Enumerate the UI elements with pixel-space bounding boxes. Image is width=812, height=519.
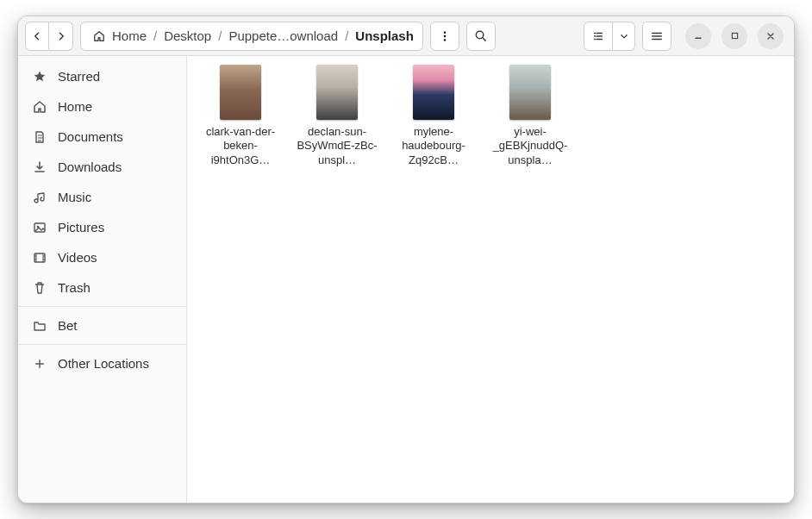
file-item[interactable]: mylene-haudebourg-Zq92cB…	[392, 65, 475, 166]
sidebar-label: Trash	[58, 280, 91, 295]
breadcrumb-desktop[interactable]: Desktop	[159, 22, 216, 50]
forward-button[interactable]	[49, 22, 73, 51]
view-options-group	[584, 22, 635, 51]
documents-icon	[32, 130, 47, 144]
path-menu-button[interactable]	[430, 22, 459, 51]
hamburger-menu-button[interactable]	[642, 22, 671, 51]
folder-icon	[32, 319, 47, 333]
search-button[interactable]	[466, 22, 496, 51]
sidebar-item-other-locations[interactable]: Other Locations	[18, 348, 186, 378]
back-button[interactable]	[25, 22, 49, 51]
sidebar-label: Bet	[58, 318, 78, 333]
minimize-icon	[693, 31, 703, 41]
file-item[interactable]: declan-sun-BSyWmdE-zBc-unspl…	[296, 65, 378, 166]
thumbnail-icon	[413, 65, 454, 120]
breadcrumb-separator: /	[345, 28, 348, 43]
file-item[interactable]: clark-van-der-beken-i9htOn3G…	[199, 65, 282, 166]
close-button[interactable]	[758, 23, 784, 49]
breadcrumb-puppeteer[interactable]: Puppete…ownload	[223, 22, 343, 50]
sidebar-item-starred[interactable]: Starred	[18, 61, 186, 91]
svg-rect-4	[732, 33, 737, 38]
sidebar-item-home[interactable]: Home	[18, 91, 186, 122]
svg-point-0	[444, 31, 446, 33]
close-icon	[765, 31, 776, 41]
chevron-left-icon	[32, 31, 42, 41]
home-icon	[32, 100, 47, 114]
header-bar: Home / Desktop / Puppete…ownload / Unspl…	[18, 16, 794, 56]
file-label: mylene-haudebourg-Zq92cB…	[392, 125, 475, 166]
path-bar: Home / Desktop / Puppete…ownload / Unspl…	[80, 22, 423, 51]
sidebar-item-pictures[interactable]: Pictures	[18, 212, 186, 242]
kebab-icon	[439, 30, 451, 42]
breadcrumb-desktop-label: Desktop	[164, 28, 211, 43]
minimize-button[interactable]	[685, 23, 711, 49]
sidebar-label: Other Locations	[58, 356, 149, 371]
maximize-button[interactable]	[721, 23, 747, 49]
sidebar-label: Videos	[58, 250, 97, 265]
file-manager-window: Home / Desktop / Puppete…ownload / Unspl…	[17, 16, 795, 503]
trash-icon	[32, 281, 47, 295]
breadcrumb-separator: /	[153, 28, 157, 43]
sidebar-separator	[18, 344, 186, 345]
file-item[interactable]: yi-wei-_gEBKjnuddQ-unspla…	[489, 65, 572, 166]
window-controls	[685, 23, 784, 49]
thumbnail-icon	[316, 65, 358, 120]
home-icon	[93, 30, 105, 42]
sidebar-item-videos[interactable]: Videos	[18, 242, 186, 272]
sidebar-item-trash[interactable]: Trash	[18, 272, 186, 303]
svg-point-2	[444, 39, 446, 41]
file-label: yi-wei-_gEBKjnuddQ-unspla…	[489, 125, 572, 166]
sidebar-separator	[18, 306, 186, 307]
sidebar: Starred Home Documents Downloads	[18, 56, 187, 503]
folder-view[interactable]: clark-van-der-beken-i9htOn3G… declan-sun…	[187, 56, 794, 503]
svg-point-3	[477, 31, 484, 38]
plus-icon	[32, 358, 47, 370]
sidebar-label: Home	[58, 99, 92, 114]
breadcrumb-current-label: Unsplash	[355, 28, 414, 43]
sidebar-label: Starred	[58, 69, 100, 84]
videos-icon	[32, 251, 47, 265]
svg-point-1	[444, 34, 446, 36]
list-icon	[592, 30, 604, 42]
sidebar-item-bet[interactable]: Bet	[18, 310, 186, 341]
pictures-icon	[32, 221, 47, 234]
thumbnail-icon	[509, 65, 551, 120]
sidebar-label: Downloads	[58, 159, 122, 174]
breadcrumb-home-label: Home	[112, 28, 147, 43]
thumbnail-icon	[220, 65, 261, 120]
sidebar-item-downloads[interactable]: Downloads	[18, 152, 186, 182]
sidebar-label: Music	[58, 190, 91, 204]
sidebar-label: Pictures	[58, 220, 104, 234]
file-label: declan-sun-BSyWmdE-zBc-unspl…	[296, 125, 378, 166]
nav-back-forward-group	[25, 22, 73, 51]
music-icon	[32, 191, 47, 204]
sidebar-item-documents[interactable]: Documents	[18, 122, 186, 152]
file-label: clark-van-der-beken-i9htOn3G…	[199, 125, 282, 166]
view-list-button[interactable]	[584, 22, 613, 51]
breadcrumb-home[interactable]: Home	[88, 22, 152, 50]
sidebar-item-music[interactable]: Music	[18, 182, 186, 212]
maximize-icon	[730, 31, 740, 41]
chevron-down-icon	[620, 32, 628, 41]
star-icon	[32, 70, 47, 84]
window-body: Starred Home Documents Downloads	[18, 56, 794, 503]
view-dropdown-button[interactable]	[613, 22, 635, 51]
chevron-right-icon	[56, 31, 66, 41]
search-icon	[474, 29, 487, 42]
sidebar-label: Documents	[58, 129, 123, 144]
menu-icon	[651, 30, 663, 42]
breadcrumb-separator: /	[218, 28, 222, 43]
breadcrumb-puppeteer-label: Puppete…ownload	[228, 28, 338, 43]
downloads-icon	[32, 160, 47, 174]
breadcrumb-current[interactable]: Unsplash	[350, 22, 419, 50]
